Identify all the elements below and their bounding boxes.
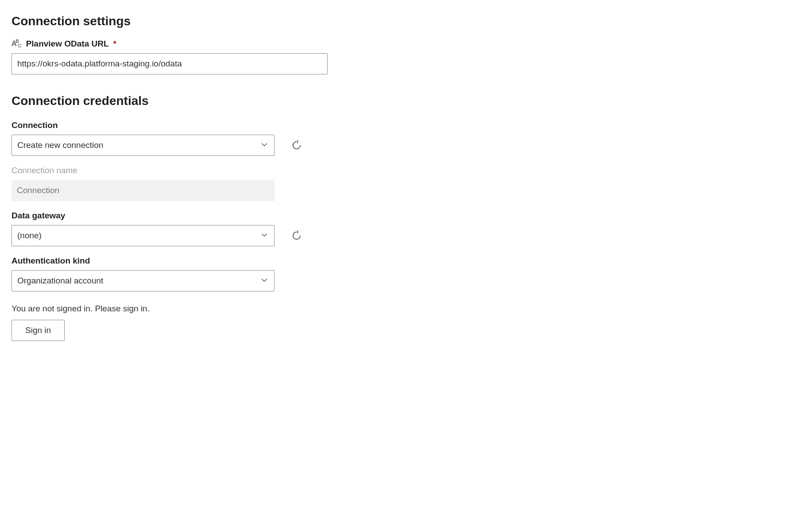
url-field-label: ABC Planview OData URL * xyxy=(12,39,800,49)
url-label-text: Planview OData URL xyxy=(26,39,109,49)
connection-credentials-heading: Connection credentials xyxy=(12,94,800,108)
connection-field-group: Connection Create new connection xyxy=(12,120,800,156)
url-field-group: ABC Planview OData URL * xyxy=(12,39,800,74)
connection-settings-heading: Connection settings xyxy=(12,14,800,28)
text-type-icon: ABC xyxy=(12,39,21,48)
connection-refresh-button[interactable] xyxy=(290,138,304,152)
auth-kind-label: Authentication kind xyxy=(12,256,800,266)
data-gateway-label: Data gateway xyxy=(12,211,800,221)
auth-kind-select-value: Organizational account xyxy=(17,276,103,286)
auth-kind-field-group: Authentication kind Organizational accou… xyxy=(12,256,800,291)
data-gateway-select-wrapper: (none) xyxy=(12,225,275,246)
data-gateway-select[interactable]: (none) xyxy=(12,225,275,246)
connection-label: Connection xyxy=(12,120,800,130)
signin-status-text: You are not signed in. Please sign in. xyxy=(12,304,800,314)
connection-name-field-group: Connection name xyxy=(12,166,800,201)
connection-name-input xyxy=(12,180,275,201)
auth-kind-select-wrapper: Organizational account xyxy=(12,270,275,291)
data-gateway-field-group: Data gateway (none) xyxy=(12,211,800,246)
connection-select-wrapper: Create new connection xyxy=(12,135,275,156)
data-gateway-select-value: (none) xyxy=(17,231,42,240)
connection-select[interactable]: Create new connection xyxy=(12,135,275,156)
auth-kind-select[interactable]: Organizational account xyxy=(12,270,275,291)
odata-url-input[interactable] xyxy=(12,53,328,74)
connection-select-value: Create new connection xyxy=(17,140,103,150)
signin-button[interactable]: Sign in xyxy=(12,320,65,341)
required-asterisk-icon: * xyxy=(113,39,116,49)
connection-name-label: Connection name xyxy=(12,166,800,175)
gateway-refresh-button[interactable] xyxy=(290,229,304,243)
